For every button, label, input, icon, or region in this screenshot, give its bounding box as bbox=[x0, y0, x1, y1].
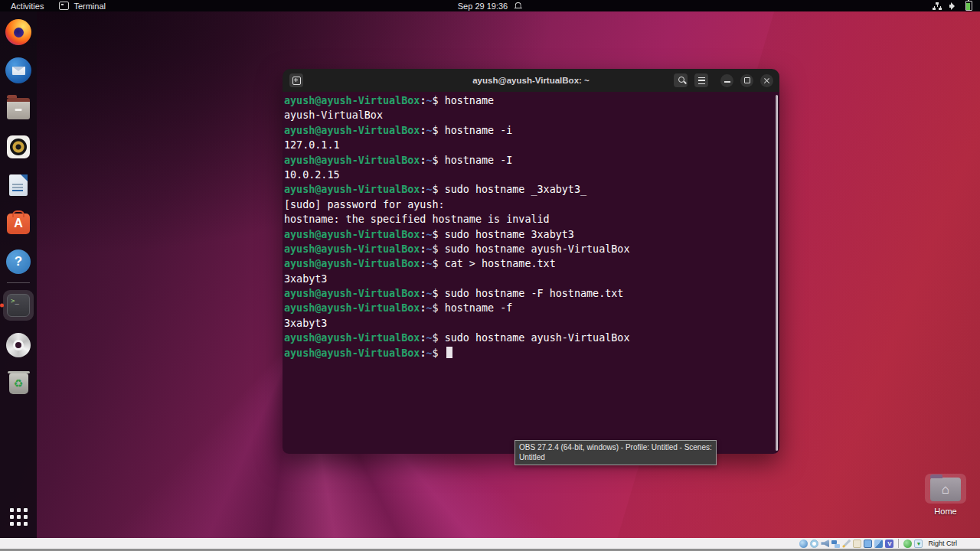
activities-button[interactable]: Activities bbox=[11, 2, 44, 11]
show-applications-button[interactable] bbox=[5, 503, 32, 530]
files-icon bbox=[7, 98, 30, 119]
screen: Activities Terminal Sep 29 19:36 >_ bbox=[0, 0, 980, 551]
terminal-line: 3xabyt3 bbox=[284, 272, 766, 286]
dock-item-files[interactable] bbox=[5, 95, 32, 122]
terminal-line: [sudo] password for ayush: bbox=[284, 197, 766, 212]
dock-separator bbox=[7, 282, 30, 283]
maximize-button[interactable] bbox=[740, 74, 753, 87]
app-grid-icon bbox=[10, 508, 28, 526]
home-shortcut[interactable]: Home bbox=[923, 474, 968, 516]
close-button[interactable] bbox=[760, 74, 773, 87]
clock-menu[interactable]: Sep 29 19:36 bbox=[458, 0, 522, 11]
shared-folders-icon[interactable] bbox=[853, 540, 861, 548]
terminal-window: ayush@ayush-VirtualBox: ~ ayush@ayush-Vi… bbox=[283, 69, 779, 454]
minimize-button[interactable] bbox=[720, 74, 733, 87]
keyboard-icon[interactable] bbox=[914, 540, 923, 548]
terminal-line: ayush@ayush-VirtualBox:~$ sudo hostname … bbox=[284, 242, 766, 256]
help-icon bbox=[6, 249, 31, 274]
clock-label: Sep 29 19:36 bbox=[458, 2, 508, 11]
dock-item-libreoffice-writer[interactable] bbox=[5, 171, 32, 199]
close-icon bbox=[763, 77, 770, 84]
terminal-line: 3xabyt3 bbox=[284, 316, 766, 331]
features-icon[interactable] bbox=[885, 540, 893, 548]
home-shortcut-highlight bbox=[925, 474, 966, 504]
system-status-menu[interactable] bbox=[933, 1, 972, 11]
terminal-cursor bbox=[446, 347, 452, 358]
search-icon bbox=[678, 77, 684, 83]
status-bar-separator bbox=[898, 539, 899, 548]
terminal-output[interactable]: ayush@ayush-VirtualBox:~$ hostnameayush-… bbox=[283, 92, 779, 454]
ubuntu-software-icon bbox=[7, 214, 30, 234]
notification-bell-icon bbox=[514, 2, 522, 10]
terminal-line: ayush@ayush-VirtualBox:~$ hostname bbox=[284, 93, 766, 108]
dock: >_ bbox=[0, 11, 37, 538]
trash-icon bbox=[9, 373, 28, 394]
mouse-integration-icon[interactable] bbox=[903, 540, 912, 548]
dock-item-help[interactable] bbox=[5, 248, 32, 276]
terminal-icon: >_ bbox=[7, 294, 30, 317]
terminal-line: ayush@ayush-VirtualBox:~$ bbox=[284, 346, 766, 360]
terminal-line: 10.0.2.15 bbox=[284, 168, 766, 182]
top-bar: Activities Terminal Sep 29 19:36 bbox=[0, 0, 980, 11]
obs-tooltip: OBS 27.2.4 (64-bit, windows) - Profile: … bbox=[514, 440, 717, 465]
thunderbird-icon bbox=[5, 57, 31, 83]
usb-icon[interactable] bbox=[842, 540, 851, 548]
dock-item-trash[interactable] bbox=[5, 370, 32, 397]
terminal-scrollbar[interactable] bbox=[776, 95, 778, 451]
terminal-line: 127.0.1.1 bbox=[284, 138, 766, 152]
dock-item-firefox[interactable] bbox=[5, 18, 32, 46]
terminal-line: ayush@ayush-VirtualBox:~$ sudo hostname … bbox=[284, 286, 766, 301]
volume-icon bbox=[949, 2, 958, 10]
dock-item-ubuntu-software[interactable] bbox=[5, 210, 32, 237]
terminal-line: ayush@ayush-VirtualBox:~$ cat > hostname… bbox=[284, 256, 766, 271]
terminal-mini-icon bbox=[59, 2, 69, 10]
terminal-line: ayush@ayush-VirtualBox:~$ sudo hostname … bbox=[284, 182, 766, 197]
app-menu-terminal[interactable]: Terminal bbox=[59, 2, 106, 11]
display-icon[interactable] bbox=[864, 540, 872, 548]
dock-item-terminal[interactable]: >_ bbox=[3, 290, 34, 321]
battery-icon bbox=[965, 1, 972, 11]
optical-disc-icon bbox=[6, 333, 31, 357]
minimize-icon bbox=[724, 81, 730, 83]
audio-icon[interactable] bbox=[821, 540, 829, 548]
terminal-line: ayush@ayush-VirtualBox:~$ hostname -i bbox=[284, 123, 766, 138]
virtualbox-status-bar: Right Ctrl bbox=[0, 538, 980, 551]
terminal-titlebar[interactable]: ayush@ayush-VirtualBox: ~ bbox=[283, 69, 779, 92]
libreoffice-writer-icon bbox=[9, 174, 28, 196]
dock-item-thunderbird[interactable] bbox=[5, 57, 32, 84]
dock-item-optical-disc[interactable] bbox=[5, 331, 32, 359]
hard-disk-icon[interactable] bbox=[799, 540, 808, 548]
network-icon bbox=[933, 2, 942, 10]
hamburger-menu-icon bbox=[698, 77, 705, 84]
terminal-line: ayush@ayush-VirtualBox:~$ hostname -f bbox=[284, 301, 766, 315]
terminal-line: ayush@ayush-VirtualBox:~$ hostname -I bbox=[284, 153, 766, 168]
menu-button[interactable] bbox=[694, 73, 708, 87]
terminal-line: ayush@ayush-VirtualBox:~$ sudo hostname … bbox=[284, 331, 766, 345]
dock-item-rhythmbox[interactable] bbox=[5, 133, 32, 161]
network-status-icon[interactable] bbox=[831, 540, 840, 548]
maximize-icon bbox=[744, 77, 750, 83]
rhythmbox-icon bbox=[7, 135, 30, 158]
app-menu-label: Terminal bbox=[74, 2, 106, 11]
home-shortcut-label: Home bbox=[923, 507, 968, 516]
home-folder-icon bbox=[930, 478, 961, 501]
firefox-icon bbox=[5, 19, 31, 45]
host-key-label: Right Ctrl bbox=[928, 540, 957, 547]
terminal-line: hostname: the specified hostname is inva… bbox=[284, 212, 766, 227]
terminal-line: ayush-VirtualBox bbox=[284, 108, 766, 122]
terminal-line: ayush@ayush-VirtualBox:~$ sudo hostname … bbox=[284, 227, 766, 242]
video-capture-icon[interactable] bbox=[874, 540, 883, 548]
optical-disc-status-icon[interactable] bbox=[810, 540, 818, 548]
search-button[interactable] bbox=[674, 73, 688, 87]
